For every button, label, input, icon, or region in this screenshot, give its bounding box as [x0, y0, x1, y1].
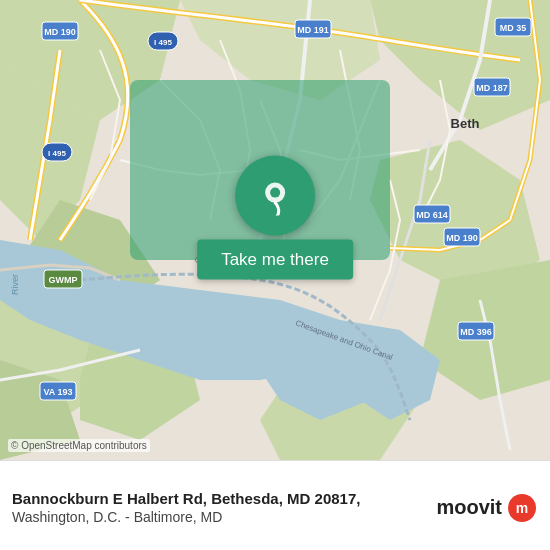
- map-view: MD 190 I 495 MD 191 MD 35 MD 187 I 495 B…: [0, 0, 550, 460]
- address-block: Bannockburn E Halbert Rd, Bethesda, MD 2…: [12, 489, 426, 527]
- svg-text:MD 35: MD 35: [500, 23, 527, 33]
- moovit-logo: moovit m: [436, 492, 538, 524]
- take-me-there-button[interactable]: Take me there: [197, 240, 353, 280]
- svg-text:MD 614: MD 614: [416, 210, 448, 220]
- svg-text:River: River: [10, 274, 20, 295]
- svg-point-43: [270, 188, 280, 198]
- svg-text:m: m: [516, 500, 528, 516]
- svg-text:GWMP: GWMP: [49, 275, 78, 285]
- svg-text:I 495: I 495: [154, 38, 172, 47]
- button-overlay: Take me there: [197, 156, 353, 280]
- svg-text:I 495: I 495: [48, 149, 66, 158]
- svg-text:VA 193: VA 193: [43, 387, 72, 397]
- address-line2: Washington, D.C. - Baltimore, MD: [12, 508, 426, 526]
- svg-text:MD 190: MD 190: [446, 233, 478, 243]
- moovit-brand-text: moovit: [436, 496, 502, 519]
- svg-text:MD 191: MD 191: [297, 25, 329, 35]
- svg-text:MD 396: MD 396: [460, 327, 492, 337]
- location-pin-icon: [235, 156, 315, 236]
- address-line1: Bannockburn E Halbert Rd, Bethesda, MD 2…: [12, 489, 426, 509]
- svg-text:Beth: Beth: [451, 116, 480, 131]
- osm-attribution: © OpenStreetMap contributors: [8, 439, 150, 452]
- svg-text:MD 190: MD 190: [44, 27, 76, 37]
- info-bar: Bannockburn E Halbert Rd, Bethesda, MD 2…: [0, 460, 550, 550]
- moovit-icon: m: [506, 492, 538, 524]
- svg-text:MD 187: MD 187: [476, 83, 508, 93]
